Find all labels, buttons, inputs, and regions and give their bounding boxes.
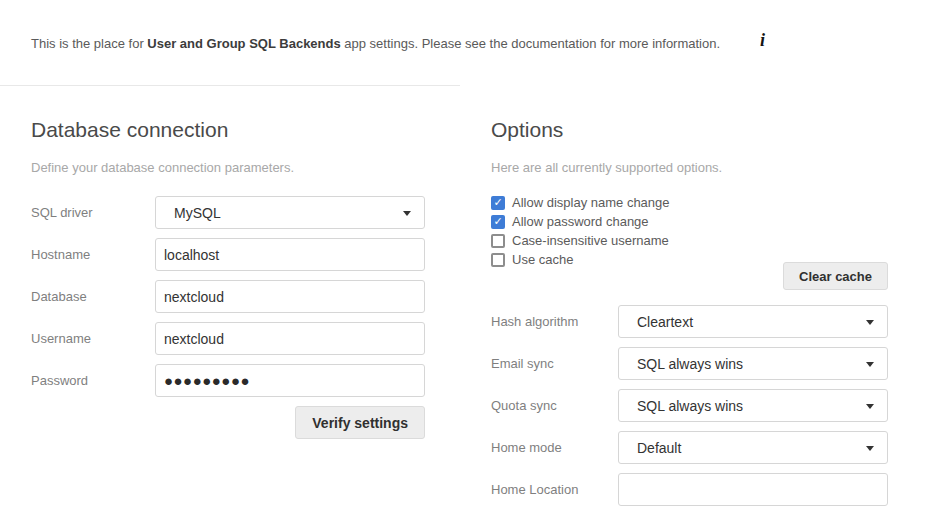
description-text-before: This is the place for	[31, 36, 147, 51]
verify-settings-button[interactable]: Verify settings	[295, 406, 425, 439]
hash-algorithm-value: Cleartext	[637, 314, 693, 330]
chevron-down-icon	[866, 320, 874, 325]
database-connection-form: SQL driver MySQL Hostname Database Usern…	[31, 196, 425, 439]
database-connection-title: Database connection	[31, 117, 425, 142]
sql-driver-row: SQL driver MySQL	[31, 196, 425, 229]
options-section: Options Here are all currently supported…	[491, 117, 888, 515]
database-connection-section: Database connection Define your database…	[31, 117, 425, 448]
allow-display-name-change-label: Allow display name change	[512, 195, 670, 210]
home-mode-select[interactable]: Default	[618, 431, 888, 464]
username-input[interactable]	[155, 322, 425, 355]
sql-driver-select[interactable]: MySQL	[155, 196, 425, 229]
options-title: Options	[491, 117, 888, 142]
allow-password-change-label: Allow password change	[512, 214, 649, 229]
database-row: Database	[31, 280, 425, 313]
options-subtitle: Here are all currently supported options…	[491, 160, 888, 175]
case-insensitive-username-row[interactable]: Case-insensitive username	[491, 231, 888, 250]
verify-settings-row: Verify settings	[31, 406, 425, 439]
quota-sync-label: Quota sync	[491, 398, 618, 413]
database-label: Database	[31, 289, 155, 304]
hostname-input[interactable]	[155, 238, 425, 271]
email-sync-value: SQL always wins	[637, 356, 743, 372]
allow-password-change-checkbox[interactable]	[491, 215, 505, 229]
sql-driver-label: SQL driver	[31, 205, 155, 220]
password-field[interactable]	[155, 364, 425, 397]
options-form: Hash algorithm Cleartext Email sync SQL …	[491, 305, 888, 506]
use-cache-label: Use cache	[512, 252, 573, 267]
hash-algorithm-row: Hash algorithm Cleartext	[491, 305, 888, 338]
allow-password-change-row[interactable]: Allow password change	[491, 212, 888, 231]
database-input[interactable]	[155, 280, 425, 313]
app-settings-page: This is the place for User and Group SQL…	[0, 0, 950, 525]
app-name: User and Group SQL Backends	[147, 36, 340, 51]
home-mode-label: Home mode	[491, 440, 618, 455]
password-label: Password	[31, 373, 155, 388]
chevron-down-icon	[403, 211, 411, 216]
email-sync-row: Email sync SQL always wins	[491, 347, 888, 380]
quota-sync-value: SQL always wins	[637, 398, 743, 414]
hash-algorithm-label: Hash algorithm	[491, 314, 618, 329]
case-insensitive-username-label: Case-insensitive username	[512, 233, 669, 248]
info-icon[interactable]: i	[760, 31, 765, 49]
use-cache-checkbox[interactable]	[491, 253, 505, 267]
description-text-after: app settings. Please see the documentati…	[341, 36, 720, 51]
home-location-label: Home Location	[491, 482, 618, 497]
home-mode-row: Home mode Default	[491, 431, 888, 464]
chevron-down-icon	[866, 362, 874, 367]
clear-cache-button[interactable]: Clear cache	[783, 262, 888, 290]
allow-display-name-change-row[interactable]: Allow display name change	[491, 193, 888, 212]
database-connection-subtitle: Define your database connection paramete…	[31, 160, 425, 175]
sql-driver-value: MySQL	[174, 205, 221, 221]
username-row: Username	[31, 322, 425, 355]
chevron-down-icon	[866, 404, 874, 409]
hostname-row: Hostname	[31, 238, 425, 271]
email-sync-label: Email sync	[491, 356, 618, 371]
quota-sync-select[interactable]: SQL always wins	[618, 389, 888, 422]
allow-display-name-change-checkbox[interactable]	[491, 196, 505, 210]
section-divider	[0, 85, 460, 86]
case-insensitive-username-checkbox[interactable]	[491, 234, 505, 248]
password-row: Password	[31, 364, 425, 397]
hash-algorithm-select[interactable]: Cleartext	[618, 305, 888, 338]
hostname-label: Hostname	[31, 247, 155, 262]
home-location-input[interactable]	[618, 473, 888, 506]
home-mode-value: Default	[637, 440, 681, 456]
options-checkbox-list: Allow display name change Allow password…	[491, 193, 888, 269]
home-location-row: Home Location	[491, 473, 888, 506]
app-settings-description: This is the place for User and Group SQL…	[31, 36, 720, 51]
email-sync-select[interactable]: SQL always wins	[618, 347, 888, 380]
username-label: Username	[31, 331, 155, 346]
quota-sync-row: Quota sync SQL always wins	[491, 389, 888, 422]
chevron-down-icon	[866, 446, 874, 451]
